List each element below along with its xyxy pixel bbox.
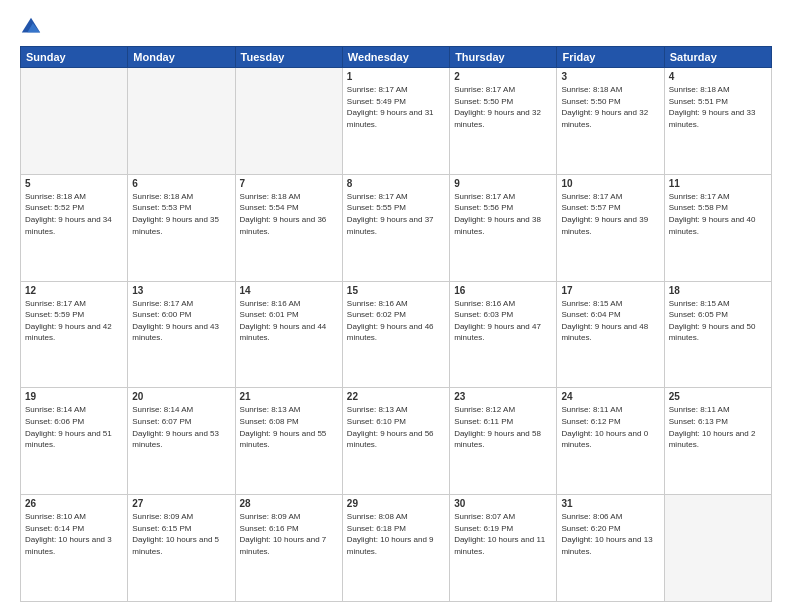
- day-info: Sunrise: 8:16 AMSunset: 6:03 PMDaylight:…: [454, 298, 552, 344]
- col-header-saturday: Saturday: [664, 47, 771, 68]
- day-number: 23: [454, 391, 552, 402]
- calendar-cell: [664, 495, 771, 602]
- header: [20, 16, 772, 38]
- calendar-cell: 10Sunrise: 8:17 AMSunset: 5:57 PMDayligh…: [557, 174, 664, 281]
- day-number: 20: [132, 391, 230, 402]
- calendar-cell: 24Sunrise: 8:11 AMSunset: 6:12 PMDayligh…: [557, 388, 664, 495]
- day-info: Sunrise: 8:18 AMSunset: 5:54 PMDaylight:…: [240, 191, 338, 237]
- calendar-cell: 23Sunrise: 8:12 AMSunset: 6:11 PMDayligh…: [450, 388, 557, 495]
- day-info: Sunrise: 8:13 AMSunset: 6:08 PMDaylight:…: [240, 404, 338, 450]
- calendar-cell: 17Sunrise: 8:15 AMSunset: 6:04 PMDayligh…: [557, 281, 664, 388]
- calendar-cell: [235, 68, 342, 175]
- day-number: 11: [669, 178, 767, 189]
- calendar-cell: 18Sunrise: 8:15 AMSunset: 6:05 PMDayligh…: [664, 281, 771, 388]
- calendar-cell: 9Sunrise: 8:17 AMSunset: 5:56 PMDaylight…: [450, 174, 557, 281]
- day-number: 3: [561, 71, 659, 82]
- logo: [20, 16, 46, 38]
- day-info: Sunrise: 8:18 AMSunset: 5:52 PMDaylight:…: [25, 191, 123, 237]
- day-number: 15: [347, 285, 445, 296]
- day-info: Sunrise: 8:17 AMSunset: 5:58 PMDaylight:…: [669, 191, 767, 237]
- col-header-tuesday: Tuesday: [235, 47, 342, 68]
- day-info: Sunrise: 8:11 AMSunset: 6:12 PMDaylight:…: [561, 404, 659, 450]
- calendar-cell: 3Sunrise: 8:18 AMSunset: 5:50 PMDaylight…: [557, 68, 664, 175]
- calendar-cell: 4Sunrise: 8:18 AMSunset: 5:51 PMDaylight…: [664, 68, 771, 175]
- calendar-cell: 7Sunrise: 8:18 AMSunset: 5:54 PMDaylight…: [235, 174, 342, 281]
- day-number: 16: [454, 285, 552, 296]
- logo-icon: [20, 16, 42, 38]
- day-info: Sunrise: 8:18 AMSunset: 5:51 PMDaylight:…: [669, 84, 767, 130]
- calendar-cell: 5Sunrise: 8:18 AMSunset: 5:52 PMDaylight…: [21, 174, 128, 281]
- day-info: Sunrise: 8:14 AMSunset: 6:07 PMDaylight:…: [132, 404, 230, 450]
- calendar-cell: 28Sunrise: 8:09 AMSunset: 6:16 PMDayligh…: [235, 495, 342, 602]
- calendar-cell: 11Sunrise: 8:17 AMSunset: 5:58 PMDayligh…: [664, 174, 771, 281]
- day-info: Sunrise: 8:09 AMSunset: 6:15 PMDaylight:…: [132, 511, 230, 557]
- calendar-cell: 16Sunrise: 8:16 AMSunset: 6:03 PMDayligh…: [450, 281, 557, 388]
- day-number: 10: [561, 178, 659, 189]
- day-info: Sunrise: 8:17 AMSunset: 6:00 PMDaylight:…: [132, 298, 230, 344]
- day-info: Sunrise: 8:18 AMSunset: 5:50 PMDaylight:…: [561, 84, 659, 130]
- day-number: 25: [669, 391, 767, 402]
- day-number: 28: [240, 498, 338, 509]
- day-info: Sunrise: 8:10 AMSunset: 6:14 PMDaylight:…: [25, 511, 123, 557]
- day-number: 6: [132, 178, 230, 189]
- day-number: 22: [347, 391, 445, 402]
- calendar-cell: 21Sunrise: 8:13 AMSunset: 6:08 PMDayligh…: [235, 388, 342, 495]
- calendar-cell: [21, 68, 128, 175]
- day-info: Sunrise: 8:07 AMSunset: 6:19 PMDaylight:…: [454, 511, 552, 557]
- day-number: 26: [25, 498, 123, 509]
- calendar-cell: 29Sunrise: 8:08 AMSunset: 6:18 PMDayligh…: [342, 495, 449, 602]
- calendar-cell: 15Sunrise: 8:16 AMSunset: 6:02 PMDayligh…: [342, 281, 449, 388]
- calendar-cell: 19Sunrise: 8:14 AMSunset: 6:06 PMDayligh…: [21, 388, 128, 495]
- col-header-thursday: Thursday: [450, 47, 557, 68]
- day-info: Sunrise: 8:18 AMSunset: 5:53 PMDaylight:…: [132, 191, 230, 237]
- day-number: 19: [25, 391, 123, 402]
- day-number: 17: [561, 285, 659, 296]
- calendar-cell: 20Sunrise: 8:14 AMSunset: 6:07 PMDayligh…: [128, 388, 235, 495]
- day-number: 5: [25, 178, 123, 189]
- day-info: Sunrise: 8:12 AMSunset: 6:11 PMDaylight:…: [454, 404, 552, 450]
- day-info: Sunrise: 8:11 AMSunset: 6:13 PMDaylight:…: [669, 404, 767, 450]
- calendar-cell: 2Sunrise: 8:17 AMSunset: 5:50 PMDaylight…: [450, 68, 557, 175]
- col-header-wednesday: Wednesday: [342, 47, 449, 68]
- day-number: 13: [132, 285, 230, 296]
- day-number: 14: [240, 285, 338, 296]
- day-info: Sunrise: 8:14 AMSunset: 6:06 PMDaylight:…: [25, 404, 123, 450]
- day-info: Sunrise: 8:17 AMSunset: 5:57 PMDaylight:…: [561, 191, 659, 237]
- day-number: 8: [347, 178, 445, 189]
- day-number: 1: [347, 71, 445, 82]
- day-info: Sunrise: 8:17 AMSunset: 5:56 PMDaylight:…: [454, 191, 552, 237]
- calendar-cell: 8Sunrise: 8:17 AMSunset: 5:55 PMDaylight…: [342, 174, 449, 281]
- col-header-friday: Friday: [557, 47, 664, 68]
- day-number: 21: [240, 391, 338, 402]
- calendar-cell: 26Sunrise: 8:10 AMSunset: 6:14 PMDayligh…: [21, 495, 128, 602]
- calendar-cell: 30Sunrise: 8:07 AMSunset: 6:19 PMDayligh…: [450, 495, 557, 602]
- day-info: Sunrise: 8:16 AMSunset: 6:01 PMDaylight:…: [240, 298, 338, 344]
- day-number: 4: [669, 71, 767, 82]
- day-number: 27: [132, 498, 230, 509]
- calendar-cell: [128, 68, 235, 175]
- day-info: Sunrise: 8:17 AMSunset: 5:59 PMDaylight:…: [25, 298, 123, 344]
- calendar-table: SundayMondayTuesdayWednesdayThursdayFrid…: [20, 46, 772, 602]
- day-number: 29: [347, 498, 445, 509]
- day-info: Sunrise: 8:15 AMSunset: 6:04 PMDaylight:…: [561, 298, 659, 344]
- day-number: 9: [454, 178, 552, 189]
- day-number: 30: [454, 498, 552, 509]
- day-info: Sunrise: 8:13 AMSunset: 6:10 PMDaylight:…: [347, 404, 445, 450]
- day-number: 7: [240, 178, 338, 189]
- day-info: Sunrise: 8:15 AMSunset: 6:05 PMDaylight:…: [669, 298, 767, 344]
- col-header-sunday: Sunday: [21, 47, 128, 68]
- day-info: Sunrise: 8:17 AMSunset: 5:50 PMDaylight:…: [454, 84, 552, 130]
- day-info: Sunrise: 8:16 AMSunset: 6:02 PMDaylight:…: [347, 298, 445, 344]
- day-info: Sunrise: 8:17 AMSunset: 5:49 PMDaylight:…: [347, 84, 445, 130]
- day-number: 2: [454, 71, 552, 82]
- day-number: 24: [561, 391, 659, 402]
- day-info: Sunrise: 8:09 AMSunset: 6:16 PMDaylight:…: [240, 511, 338, 557]
- day-info: Sunrise: 8:17 AMSunset: 5:55 PMDaylight:…: [347, 191, 445, 237]
- day-info: Sunrise: 8:06 AMSunset: 6:20 PMDaylight:…: [561, 511, 659, 557]
- day-number: 12: [25, 285, 123, 296]
- day-info: Sunrise: 8:08 AMSunset: 6:18 PMDaylight:…: [347, 511, 445, 557]
- calendar-cell: 1Sunrise: 8:17 AMSunset: 5:49 PMDaylight…: [342, 68, 449, 175]
- calendar-cell: 6Sunrise: 8:18 AMSunset: 5:53 PMDaylight…: [128, 174, 235, 281]
- calendar-cell: 13Sunrise: 8:17 AMSunset: 6:00 PMDayligh…: [128, 281, 235, 388]
- calendar-cell: 27Sunrise: 8:09 AMSunset: 6:15 PMDayligh…: [128, 495, 235, 602]
